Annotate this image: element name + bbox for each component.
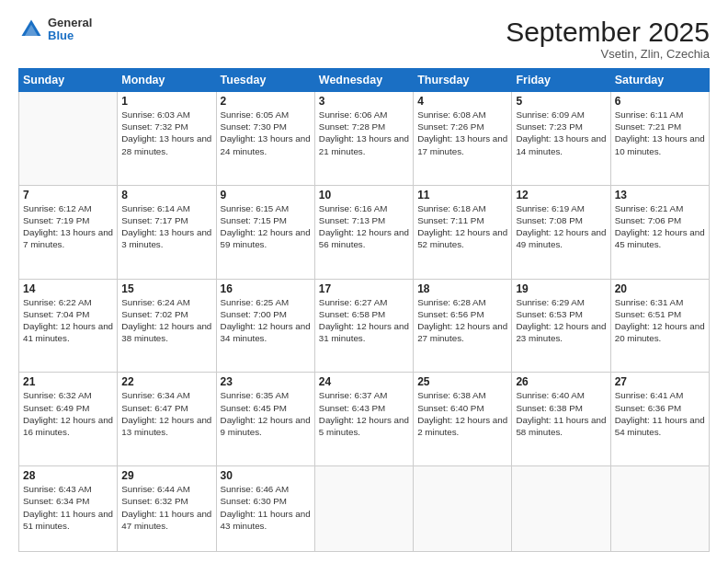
- calendar-cell: 10Sunrise: 6:16 AM Sunset: 7:13 PM Dayli…: [314, 185, 413, 279]
- day-info: Sunrise: 6:38 AM Sunset: 6:40 PM Dayligh…: [417, 389, 507, 438]
- day-number: 20: [615, 282, 705, 295]
- weekday-thursday: Thursday: [414, 69, 512, 92]
- calendar-cell: 1Sunrise: 6:03 AM Sunset: 7:32 PM Daylig…: [118, 92, 216, 186]
- calendar-cell: 25Sunrise: 6:38 AM Sunset: 6:40 PM Dayli…: [414, 373, 512, 466]
- day-info: Sunrise: 6:05 AM Sunset: 7:30 PM Dayligh…: [221, 109, 311, 157]
- week-row-0: 1Sunrise: 6:03 AM Sunset: 7:32 PM Daylig…: [19, 92, 710, 186]
- calendar-cell: [512, 466, 610, 552]
- day-number: 13: [615, 189, 705, 201]
- day-info: Sunrise: 6:22 AM Sunset: 7:04 PM Dayligh…: [23, 296, 113, 345]
- day-number: 25: [417, 375, 507, 388]
- calendar-cell: 24Sunrise: 6:37 AM Sunset: 6:43 PM Dayli…: [314, 373, 413, 466]
- calendar-cell: 8Sunrise: 6:14 AM Sunset: 7:17 PM Daylig…: [118, 185, 216, 279]
- calendar-cell: 4Sunrise: 6:08 AM Sunset: 7:26 PM Daylig…: [414, 92, 512, 186]
- calendar-cell: 18Sunrise: 6:28 AM Sunset: 6:56 PM Dayli…: [414, 279, 512, 373]
- day-number: 4: [417, 95, 507, 108]
- day-number: 15: [121, 282, 211, 295]
- logo-general: General: [48, 17, 92, 29]
- day-info: Sunrise: 6:08 AM Sunset: 7:26 PM Dayligh…: [417, 109, 507, 157]
- calendar-cell: 19Sunrise: 6:29 AM Sunset: 6:53 PM Dayli…: [512, 279, 610, 373]
- day-number: 30: [221, 469, 311, 482]
- day-info: Sunrise: 6:19 AM Sunset: 7:08 PM Dayligh…: [516, 202, 606, 251]
- day-number: 16: [221, 282, 311, 295]
- day-info: Sunrise: 6:31 AM Sunset: 6:51 PM Dayligh…: [615, 296, 705, 345]
- calendar-cell: 22Sunrise: 6:34 AM Sunset: 6:47 PM Dayli…: [118, 373, 216, 466]
- day-number: 1: [121, 95, 211, 108]
- calendar-cell: 3Sunrise: 6:06 AM Sunset: 7:28 PM Daylig…: [314, 92, 413, 186]
- day-info: Sunrise: 6:28 AM Sunset: 6:56 PM Dayligh…: [417, 296, 507, 345]
- day-info: Sunrise: 6:16 AM Sunset: 7:13 PM Dayligh…: [319, 202, 409, 251]
- calendar-cell: 27Sunrise: 6:41 AM Sunset: 6:36 PM Dayli…: [610, 373, 709, 466]
- calendar-cell: 29Sunrise: 6:44 AM Sunset: 6:32 PM Dayli…: [118, 466, 216, 552]
- weekday-tuesday: Tuesday: [216, 69, 314, 92]
- weekday-saturday: Saturday: [610, 69, 709, 92]
- day-number: 26: [516, 375, 606, 388]
- calendar-cell: [19, 92, 118, 186]
- calendar-cell: 7Sunrise: 6:12 AM Sunset: 7:19 PM Daylig…: [19, 185, 118, 279]
- header: General Blue September 2025 Vsetin, Zlin…: [18, 17, 710, 61]
- calendar-cell: 14Sunrise: 6:22 AM Sunset: 7:04 PM Dayli…: [19, 279, 118, 373]
- day-number: 12: [516, 189, 606, 201]
- day-info: Sunrise: 6:41 AM Sunset: 6:36 PM Dayligh…: [615, 389, 705, 438]
- day-info: Sunrise: 6:09 AM Sunset: 7:23 PM Dayligh…: [516, 109, 606, 157]
- calendar-cell: [414, 466, 512, 552]
- calendar-cell: 30Sunrise: 6:46 AM Sunset: 6:30 PM Dayli…: [216, 466, 314, 552]
- calendar-cell: 6Sunrise: 6:11 AM Sunset: 7:21 PM Daylig…: [610, 92, 709, 186]
- day-number: 9: [221, 189, 311, 201]
- logo-icon: [18, 17, 44, 42]
- day-info: Sunrise: 6:37 AM Sunset: 6:43 PM Dayligh…: [319, 389, 409, 438]
- day-number: 18: [417, 282, 507, 295]
- weekday-header-row: SundayMondayTuesdayWednesdayThursdayFrid…: [19, 69, 710, 92]
- day-number: 19: [516, 282, 606, 295]
- day-number: 10: [319, 189, 409, 201]
- day-info: Sunrise: 6:11 AM Sunset: 7:21 PM Dayligh…: [615, 109, 705, 157]
- day-info: Sunrise: 6:06 AM Sunset: 7:28 PM Dayligh…: [319, 109, 409, 157]
- day-number: 7: [23, 189, 113, 201]
- calendar-cell: 28Sunrise: 6:43 AM Sunset: 6:34 PM Dayli…: [19, 466, 118, 552]
- day-number: 24: [319, 375, 409, 388]
- day-info: Sunrise: 6:03 AM Sunset: 7:32 PM Dayligh…: [121, 109, 211, 157]
- day-number: 29: [121, 469, 211, 482]
- month-title: September 2025: [506, 17, 710, 47]
- calendar-cell: 11Sunrise: 6:18 AM Sunset: 7:11 PM Dayli…: [414, 185, 512, 279]
- calendar-cell: 12Sunrise: 6:19 AM Sunset: 7:08 PM Dayli…: [512, 185, 610, 279]
- day-info: Sunrise: 6:21 AM Sunset: 7:06 PM Dayligh…: [615, 202, 705, 251]
- weekday-monday: Monday: [118, 69, 216, 92]
- week-row-4: 28Sunrise: 6:43 AM Sunset: 6:34 PM Dayli…: [19, 466, 710, 552]
- day-number: 8: [121, 189, 211, 201]
- page: General Blue September 2025 Vsetin, Zlin…: [0, 0, 728, 563]
- logo: General Blue: [18, 17, 92, 43]
- day-info: Sunrise: 6:25 AM Sunset: 7:00 PM Dayligh…: [221, 296, 311, 345]
- calendar-cell: 17Sunrise: 6:27 AM Sunset: 6:58 PM Dayli…: [314, 279, 413, 373]
- day-info: Sunrise: 6:27 AM Sunset: 6:58 PM Dayligh…: [319, 296, 409, 345]
- calendar-cell: 2Sunrise: 6:05 AM Sunset: 7:30 PM Daylig…: [216, 92, 314, 186]
- day-number: 28: [23, 469, 113, 482]
- day-number: 23: [221, 375, 311, 388]
- day-number: 5: [516, 95, 606, 108]
- day-info: Sunrise: 6:34 AM Sunset: 6:47 PM Dayligh…: [121, 389, 211, 438]
- calendar-cell: 15Sunrise: 6:24 AM Sunset: 7:02 PM Dayli…: [118, 279, 216, 373]
- day-info: Sunrise: 6:24 AM Sunset: 7:02 PM Dayligh…: [121, 296, 211, 345]
- day-info: Sunrise: 6:44 AM Sunset: 6:32 PM Dayligh…: [121, 483, 211, 532]
- calendar-cell: 16Sunrise: 6:25 AM Sunset: 7:00 PM Dayli…: [216, 279, 314, 373]
- day-number: 3: [319, 95, 409, 108]
- logo-blue: Blue: [48, 29, 92, 42]
- day-number: 22: [121, 375, 211, 388]
- day-number: 21: [23, 375, 113, 388]
- day-number: 27: [615, 375, 705, 388]
- day-number: 2: [221, 95, 311, 108]
- calendar-cell: 26Sunrise: 6:40 AM Sunset: 6:38 PM Dayli…: [512, 373, 610, 466]
- day-info: Sunrise: 6:35 AM Sunset: 6:45 PM Dayligh…: [221, 389, 311, 438]
- logo-text: General Blue: [48, 17, 92, 43]
- calendar-cell: 20Sunrise: 6:31 AM Sunset: 6:51 PM Dayli…: [610, 279, 709, 373]
- day-info: Sunrise: 6:15 AM Sunset: 7:15 PM Dayligh…: [221, 202, 311, 251]
- day-number: 6: [615, 95, 705, 108]
- week-row-1: 7Sunrise: 6:12 AM Sunset: 7:19 PM Daylig…: [19, 185, 710, 279]
- day-number: 11: [417, 189, 507, 201]
- weekday-sunday: Sunday: [19, 69, 118, 92]
- week-row-3: 21Sunrise: 6:32 AM Sunset: 6:49 PM Dayli…: [19, 373, 710, 466]
- calendar-cell: 13Sunrise: 6:21 AM Sunset: 7:06 PM Dayli…: [610, 185, 709, 279]
- calendar-cell: [610, 466, 709, 552]
- weekday-wednesday: Wednesday: [314, 69, 413, 92]
- day-info: Sunrise: 6:14 AM Sunset: 7:17 PM Dayligh…: [121, 202, 211, 251]
